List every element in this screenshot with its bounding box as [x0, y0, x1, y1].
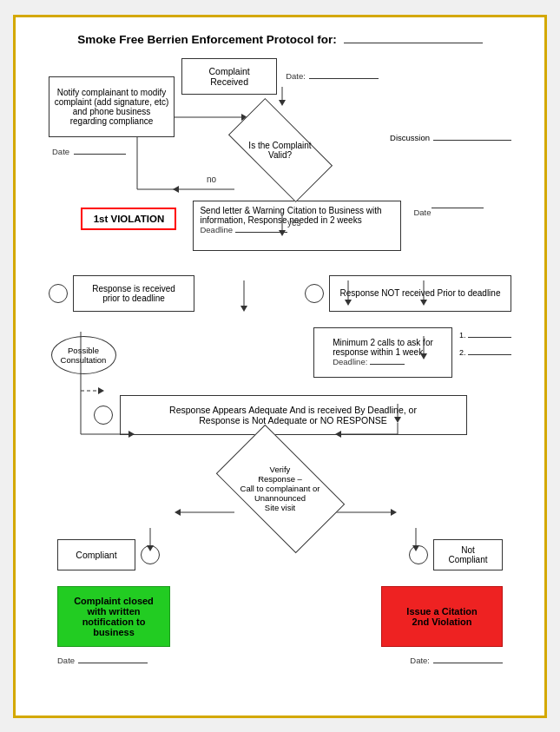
title-row: Smoke Free Berrien Enforcement Protocol …: [33, 33, 527, 46]
notify-box: Notify complainant to modify complaint (…: [49, 76, 175, 137]
date-line-bottom-right: [433, 663, 503, 663]
complaint-row: Complaint Received Date:: [181, 58, 379, 95]
min-calls-row: Possible Consultation Minimum 2 calls to…: [33, 327, 527, 378]
outcome-row: Complaint closed with written notificati…: [33, 586, 527, 647]
date-field-bottom-left: Date: [57, 656, 148, 665]
send-letter-col: Send letter & Warning Citation to Busine…: [193, 201, 401, 251]
date-line-2: [74, 154, 126, 155]
verify-row: Verify Response – Call to complainant or…: [33, 454, 527, 524]
response-received-col: Response is received prior to deadline: [49, 275, 194, 312]
page: Smoke Free Berrien Enforcement Protocol …: [13, 15, 547, 718]
compliant-col: Compliant: [57, 539, 160, 570]
send-letter-box: Send letter & Warning Citation to Busine…: [193, 201, 401, 251]
circle-right: [305, 284, 324, 303]
title-underline: [344, 43, 483, 43]
discussion-line: [433, 140, 511, 141]
send-letter-row: 1st VIOLATION Send letter & Warning Cita…: [33, 201, 527, 251]
bottom-date-row: Date Date:: [33, 647, 527, 665]
complaint-valid-text: Is the Complaint Valid?: [233, 124, 328, 176]
date-line-3: [432, 208, 484, 208]
response-not-received-col: Response NOT received Prior to deadline: [305, 275, 511, 312]
date-field-1: Date:: [286, 71, 379, 81]
response-adequate-row: Response Appears Adequate And is receive…: [33, 395, 527, 435]
date-line-bottom-left: [78, 663, 148, 663]
notify-wrapper: Notify complainant to modify complaint (…: [49, 76, 175, 158]
issue-citation-box: Issue a Citation 2nd Violation: [381, 586, 503, 647]
response-adequate-inner: Response Appears Adequate And is receive…: [94, 395, 467, 435]
spacer8: [33, 570, 527, 586]
deadline-line: [235, 232, 287, 233]
num-lines: 1. 2.: [459, 327, 511, 357]
consultation-oval: Possible Consultation: [51, 336, 116, 374]
response-not-received-box: Response NOT received Prior to deadline: [329, 275, 511, 312]
response-adequate-box: Response Appears Adequate And is receive…: [120, 395, 467, 435]
verify-text: Verify Response – Call to complainant or…: [224, 454, 337, 524]
complaint-received-box: Complaint Received: [181, 58, 277, 95]
compliant-row: Compliant Not Compliant: [33, 539, 527, 570]
complaint-valid-diamond-container: Is the Complaint Valid?: [233, 124, 328, 176]
verify-diamond-container: Verify Response – Call to complainant or…: [224, 454, 337, 524]
min-calls-col: Minimum 2 calls to ask for response with…: [313, 327, 511, 378]
consultation-col: Possible Consultation: [49, 336, 118, 374]
compliant-box: Compliant: [57, 539, 135, 570]
circle-not-compliant: [409, 545, 428, 564]
circle-compliant: [141, 545, 160, 564]
date-line-1: [309, 78, 379, 79]
violation-col: 1st VIOLATION: [76, 201, 181, 230]
date-field-bottom-right: Date:: [410, 656, 503, 665]
circle-adequate: [94, 406, 113, 425]
discussion-field: Discussion: [390, 133, 511, 142]
not-compliant-col: Not Compliant: [409, 539, 503, 570]
spacer4: [33, 312, 527, 327]
violation-box: 1st VIOLATION: [81, 208, 176, 230]
num-line-2: [468, 354, 511, 355]
spacer5: [33, 378, 527, 395]
min-calls-with-lines: Minimum 2 calls to ask for response with…: [313, 327, 511, 378]
complaint-closed-box: Complaint closed with written notificati…: [57, 586, 170, 647]
min-calls-box: Minimum 2 calls to ask for response with…: [313, 327, 452, 378]
response-received-box: Response is received prior to deadline: [73, 275, 194, 312]
diamond-row: Notify complainant to modify complaint (…: [33, 124, 527, 176]
circle-left: [49, 284, 68, 303]
deadline2-line: [370, 364, 405, 365]
num-line-1: [468, 337, 511, 338]
not-compliant-box: Not Compliant: [433, 539, 503, 570]
spacer3: [33, 251, 527, 275]
response-row: Response is received prior to deadline R…: [33, 275, 527, 312]
date-col-3: Date: [413, 201, 483, 217]
date-field-2: Date: [49, 142, 175, 158]
page-title: Smoke Free Berrien Enforcement Protocol …: [77, 33, 337, 46]
